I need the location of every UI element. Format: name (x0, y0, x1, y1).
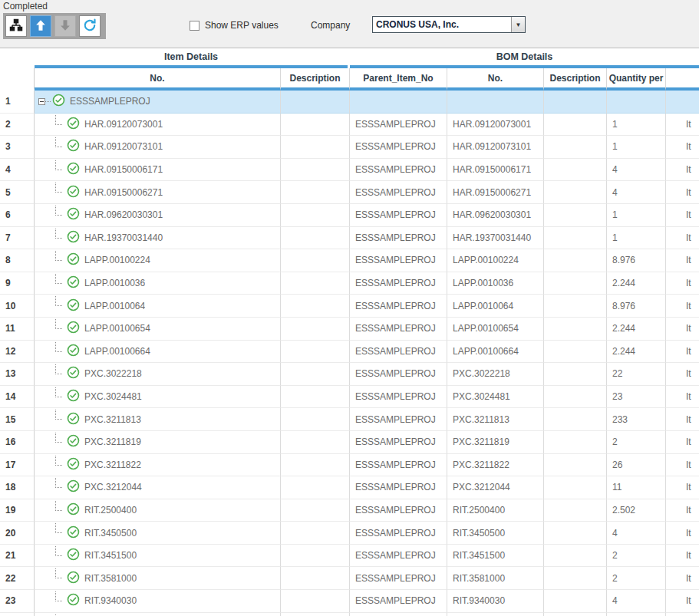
move-up-button[interactable] (30, 15, 51, 37)
company-select[interactable]: CRONUS USA, Inc. ▼ (372, 16, 526, 33)
quantity-per-cell: 11 (607, 476, 666, 499)
item-no-label: RIT.3581000 (84, 573, 137, 584)
item-no-cell: HAR.19370031440 (35, 227, 281, 250)
table-row[interactable]: 6 HAR.09620030301 ESSSAMPLEPROJ HAR.0962… (0, 204, 699, 227)
bom-viewer-window: Completed (0, 0, 699, 616)
item-no-cell: PXC.3211822 (35, 454, 281, 477)
column-header-row: No. Description Parent_Item_No No. Descr… (0, 68, 699, 91)
parent-item-no-cell: ESSSAMPLEPROJ (350, 522, 447, 545)
table-row[interactable]: 19 RIT.2500400 ESSSAMPLEPROJ RIT.2500400… (0, 499, 699, 522)
column-header-uom[interactable] (666, 68, 699, 91)
item-description-cell (281, 476, 350, 499)
table-row[interactable]: 3 HAR.09120073101 ESSSAMPLEPROJ HAR.0912… (0, 136, 699, 159)
row-number: 15 (0, 408, 35, 431)
company-label: Company (311, 20, 350, 31)
bom-description-cell (544, 522, 607, 545)
bom-description-cell (544, 431, 607, 454)
bom-no-cell: LAPP.00100654 (447, 318, 544, 341)
row-number: 12 (0, 341, 35, 364)
quantity-per-cell: 2 (607, 567, 666, 590)
bom-description-cell (544, 295, 607, 318)
group-header-item-details: Item Details (35, 48, 348, 68)
item-no-label: PXC.3212044 (84, 482, 142, 492)
row-number: 1 (0, 91, 35, 114)
table-row[interactable]: 13 PXC.3022218 ESSSAMPLEPROJ PXC.3022218… (0, 363, 699, 386)
uom-cell: It (666, 454, 699, 477)
table-row[interactable]: 17 PXC.3211822 ESSSAMPLEPROJ PXC.3211822… (0, 454, 699, 477)
table-row[interactable]: 16 PXC.3211819 ESSSAMPLEPROJ PXC.3211819… (0, 431, 699, 454)
table-row[interactable]: 22 RIT.3581000 ESSSAMPLEPROJ RIT.3581000… (0, 567, 699, 590)
column-header-item-description[interactable]: Description (281, 68, 350, 91)
group-header-spacer (0, 48, 35, 68)
show-erp-checkbox[interactable] (190, 21, 199, 31)
table-row[interactable]: 7 HAR.19370031440 ESSSAMPLEPROJ HAR.1937… (0, 227, 699, 250)
table-row[interactable]: 2 HAR.09120073001 ESSSAMPLEPROJ HAR.0912… (0, 114, 699, 137)
column-header-rownum (0, 68, 35, 91)
table-row[interactable]: 11 LAPP.00100654 ESSSAMPLEPROJ LAPP.0010… (0, 318, 699, 341)
group-header-row: Item Details BOM Details (0, 48, 699, 68)
uom-cell: It (666, 295, 699, 318)
quantity-per-cell: 2.244 (607, 318, 666, 341)
table-row[interactable]: 5 HAR.09150006271 ESSSAMPLEPROJ HAR.0915… (0, 181, 699, 204)
item-description-cell (281, 613, 350, 616)
completed-check-icon (67, 412, 80, 427)
table-row[interactable]: 14 PXC.3024481 ESSSAMPLEPROJ PXC.3024481… (0, 386, 699, 409)
uom-cell: It (666, 386, 699, 409)
arrow-up-icon (33, 18, 48, 35)
completed-check-icon (67, 389, 80, 404)
row-number: 4 (0, 159, 35, 182)
bom-description-cell (544, 159, 607, 182)
status-label: Completed (3, 1, 48, 12)
tree-branch-icon (55, 206, 62, 216)
uom-cell: It (666, 227, 699, 250)
quantity-per-cell: 8.976 (607, 295, 666, 318)
item-description-cell (281, 114, 350, 137)
completed-check-icon (67, 344, 80, 359)
refresh-button[interactable] (79, 15, 101, 37)
table-row[interactable] (0, 613, 699, 616)
completed-check-icon (67, 275, 80, 291)
chevron-down-icon[interactable]: ▼ (511, 17, 525, 32)
item-description-cell (281, 522, 350, 545)
tree-branch-icon (55, 160, 62, 170)
item-no-cell: LAPP.0010064 (35, 295, 281, 318)
column-header-item-no[interactable]: No. (35, 68, 281, 91)
column-header-parent-item-no[interactable]: Parent_Item_No (350, 68, 447, 91)
show-erp-label: Show ERP values (205, 20, 279, 31)
bom-description-cell (544, 341, 607, 364)
item-no-cell (35, 613, 281, 616)
table-row[interactable]: 4 HAR.09150006171 ESSSAMPLEPROJ HAR.0915… (0, 159, 699, 182)
item-no-label: LAPP.0010064 (84, 301, 145, 311)
parent-item-no-cell: ESSSAMPLEPROJ (350, 363, 447, 386)
table-row[interactable]: 21 RIT.3451500 ESSSAMPLEPROJ RIT.3451500… (0, 545, 699, 568)
uom-cell (666, 91, 699, 114)
table-row[interactable]: 18 PXC.3212044 ESSSAMPLEPROJ PXC.3212044… (0, 476, 699, 499)
item-description-cell (281, 545, 350, 568)
bom-no-cell: LAPP.0010064 (447, 295, 544, 318)
bom-no-cell (447, 613, 544, 616)
hierarchy-button[interactable] (5, 15, 27, 37)
table-row[interactable]: 1 ESSSAMPLEPROJ (0, 91, 699, 114)
table-row[interactable]: 9 LAPP.0010036 ESSSAMPLEPROJ LAPP.001003… (0, 272, 699, 295)
column-header-quantity-per[interactable]: Quantity per (607, 68, 666, 91)
tree-collapse-icon[interactable] (38, 98, 45, 105)
column-header-bom-no[interactable]: No. (447, 68, 544, 91)
completed-check-icon (52, 94, 65, 109)
quantity-per-cell: 23 (607, 386, 666, 409)
hierarchy-icon (8, 18, 24, 35)
table-row[interactable]: 15 PXC.3211813 ESSSAMPLEPROJ PXC.3211813… (0, 408, 699, 431)
table-row[interactable]: 12 LAPP.00100664 ESSSAMPLEPROJ LAPP.0010… (0, 341, 699, 364)
table-row[interactable]: 23 RIT.9340030 ESSSAMPLEPROJ RIT.9340030… (0, 590, 699, 613)
table-row[interactable]: 20 RIT.3450500 ESSSAMPLEPROJ RIT.3450500… (0, 522, 699, 545)
refresh-icon (82, 18, 97, 35)
parent-item-no-cell (350, 91, 447, 114)
item-no-cell: LAPP.00100224 (35, 249, 281, 272)
move-down-button[interactable] (54, 15, 76, 37)
tree-branch-icon (55, 274, 62, 284)
bom-description-cell (544, 386, 607, 409)
table-row[interactable]: 8 LAPP.00100224 ESSSAMPLEPROJ LAPP.00100… (0, 249, 699, 272)
table-row[interactable]: 10 LAPP.0010064 ESSSAMPLEPROJ LAPP.00100… (0, 295, 699, 318)
uom-cell: It (666, 136, 699, 159)
parent-item-no-cell: ESSSAMPLEPROJ (350, 386, 447, 409)
column-header-bom-description[interactable]: Description (544, 68, 607, 91)
